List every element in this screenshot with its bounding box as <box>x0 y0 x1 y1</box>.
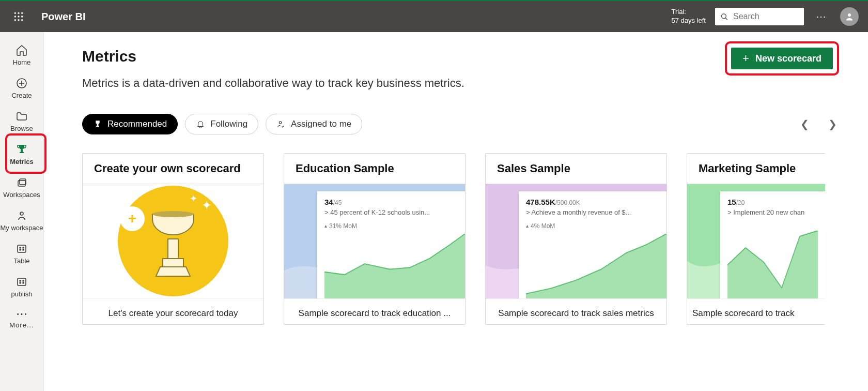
page-title: Metrics <box>82 48 464 65</box>
svg-point-32 <box>279 122 282 124</box>
metric-description: > 45 percent of K-12 schools usin... <box>324 208 465 216</box>
nav-metrics[interactable]: Metrics <box>0 139 43 172</box>
svg-point-0 <box>14 12 16 14</box>
nav-table[interactable]: Table <box>0 238 43 271</box>
app-launcher-icon[interactable] <box>9 7 28 26</box>
carousel-next-button[interactable]: ❯ <box>826 117 839 131</box>
svg-rect-17 <box>18 181 25 186</box>
inner-metric-card: 34/45 > 45 percent of K-12 schools usin.… <box>317 191 465 298</box>
pill-recommended[interactable]: Recommended <box>82 114 178 134</box>
svg-point-2 <box>21 12 23 14</box>
card-body: + ✦ ✦ <box>83 184 264 298</box>
svg-point-28 <box>20 282 21 283</box>
svg-rect-16 <box>20 152 24 153</box>
card-title: Marketing Sample <box>687 154 825 184</box>
nav-browse[interactable]: Browse <box>0 106 43 139</box>
nav-label: Home <box>0 58 43 66</box>
new-scorecard-button[interactable]: + New scorecard <box>731 48 833 69</box>
card-marketing-sample[interactable]: Marketing Sample 15/20 > Implement 20 ne… <box>687 153 825 325</box>
card-sales-sample[interactable]: Sales Sample 478.55K/500.00K > Achieve a… <box>485 153 667 325</box>
trophy-icon <box>93 119 102 129</box>
trial-label: Trial: <box>672 8 706 17</box>
table-icon <box>16 243 28 255</box>
nav-more[interactable]: ⋯ More... <box>0 304 43 335</box>
svg-rect-34 <box>168 239 178 259</box>
nav-label: Browse <box>0 125 43 132</box>
metric-target: /20 <box>736 199 745 206</box>
metric-value: 34 <box>324 198 333 206</box>
table-icon <box>16 276 28 288</box>
nav-publish[interactable]: publish <box>0 271 43 304</box>
person-check-icon <box>276 119 286 129</box>
top-bar: Power BI Trial: 57 days left ⋯ <box>0 0 868 32</box>
plus-badge-icon: + <box>121 207 144 230</box>
nav-label: My workspace <box>0 224 43 232</box>
metric-mom: ▴31% MoM <box>324 222 465 230</box>
svg-point-9 <box>722 14 726 19</box>
card-title: Education Sample <box>284 154 465 184</box>
search-box[interactable] <box>715 8 804 25</box>
sparkle-icon: ✦ <box>202 198 212 213</box>
more-options-icon[interactable]: ⋯ <box>811 7 831 26</box>
nav-label: publish <box>0 290 43 298</box>
svg-rect-15 <box>21 149 23 152</box>
filter-pills-row: Recommended Following Assigned to me ❮ ❯ <box>82 114 839 134</box>
metric-target: /45 <box>333 199 342 206</box>
svg-point-27 <box>23 280 24 281</box>
nav-label: Table <box>0 257 43 265</box>
main-content: Metrics Metrics is a data-driven and col… <box>44 32 868 391</box>
pill-label: Assigned to me <box>291 119 351 129</box>
person-icon <box>16 209 28 222</box>
pill-following[interactable]: Following <box>185 114 258 134</box>
card-education-sample[interactable]: Education Sample 34/45 > 45 percent of K… <box>284 153 466 325</box>
brand-label: Power BI <box>41 11 86 23</box>
trophy-illustration-icon <box>142 209 204 281</box>
nav-label: More... <box>0 321 43 329</box>
trial-status: Trial: 57 days left <box>672 8 706 25</box>
sparkline <box>324 234 465 298</box>
svg-point-4 <box>18 16 19 17</box>
carousel-prev-button[interactable]: ❮ <box>798 117 811 131</box>
svg-rect-18 <box>20 179 26 185</box>
svg-rect-30 <box>97 124 99 126</box>
pill-label: Recommended <box>107 119 167 129</box>
user-avatar[interactable] <box>840 7 859 26</box>
svg-line-10 <box>725 18 727 20</box>
svg-point-1 <box>18 12 19 14</box>
sparkle-icon: ✦ <box>190 193 197 204</box>
svg-point-6 <box>14 19 16 21</box>
svg-point-22 <box>23 247 24 248</box>
pill-assigned[interactable]: Assigned to me <box>266 114 362 134</box>
card-footer: Sample scorecard to track <box>687 298 825 324</box>
svg-point-7 <box>18 19 19 21</box>
card-title: Create your own scorecard <box>83 154 264 184</box>
ellipsis-icon: ⋯ <box>0 308 43 320</box>
svg-point-8 <box>21 19 23 21</box>
nav-label: Workspaces <box>0 191 43 199</box>
caret-up-icon: ▴ <box>526 223 529 229</box>
svg-rect-20 <box>18 245 26 252</box>
inner-metric-card: 15/20 > Implement 20 new chan <box>720 191 825 298</box>
search-input[interactable] <box>733 12 799 21</box>
svg-rect-35 <box>163 259 183 267</box>
nav-my-workspace[interactable]: My workspace <box>0 205 43 238</box>
home-icon <box>16 44 28 56</box>
trophy-icon <box>16 143 28 156</box>
card-create-scorecard[interactable]: Create your own scorecard + ✦ ✦ <box>82 153 264 325</box>
nav-create[interactable]: Create <box>0 72 43 106</box>
search-icon <box>720 12 728 21</box>
metric-target: /500.00K <box>555 199 580 206</box>
cards-row: Create your own scorecard + ✦ ✦ <box>82 153 839 325</box>
card-footer: Let's create your scorecard today <box>83 298 264 324</box>
nav-workspaces[interactable]: Workspaces <box>0 172 43 205</box>
nav-home[interactable]: Home <box>0 39 43 72</box>
annotation-highlight-new-scorecard: + New scorecard <box>725 41 839 76</box>
plus-circle-icon <box>16 77 28 89</box>
page-subtitle: Metrics is a data-driven and collaborati… <box>82 77 464 90</box>
trial-days: 57 days left <box>672 17 706 25</box>
svg-point-23 <box>20 249 21 250</box>
card-footer: Sample scorecard to track education ... <box>284 298 465 324</box>
metric-description: > Implement 20 new chan <box>727 208 818 216</box>
svg-point-3 <box>14 16 16 17</box>
card-title: Sales Sample <box>486 154 667 184</box>
